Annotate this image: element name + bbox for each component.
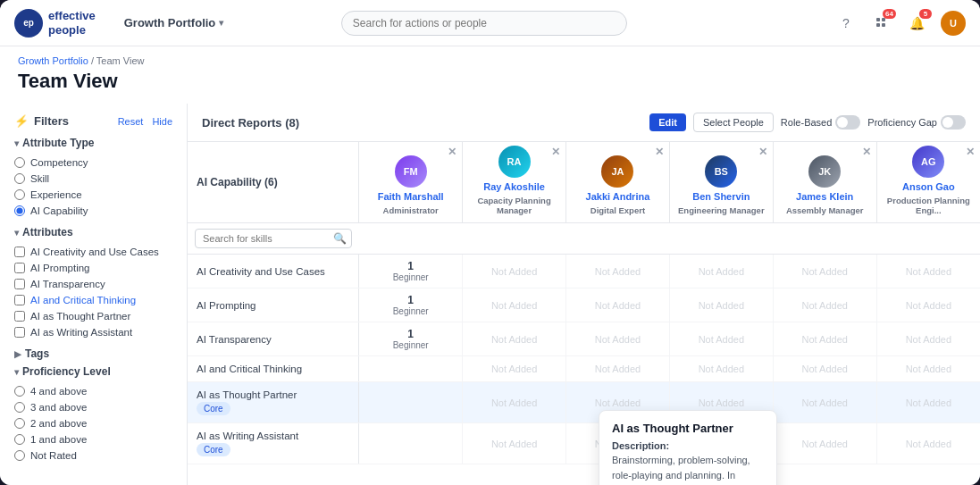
person-col-3: ✕ BS Ben Shervin Engineering Manager [669,142,773,223]
checkbox-ai-thought[interactable]: AI as Thought Partner [14,308,172,324]
person-col-0: ✕ FM Faith Marshall Administrator [359,142,463,223]
proficiency-gap-toggle[interactable] [941,115,966,130]
person-cell-0-4: Not Added [773,255,876,288]
tooltip-description: Brainstorming, problem-solving, role-pla… [612,453,764,485]
person-name-5[interactable]: Anson Gao [902,181,955,192]
search-input[interactable] [341,11,627,36]
sidebar-actions: Reset Hide [118,116,172,127]
select-people-button[interactable]: Select People [693,113,774,132]
avatar-0: FM [395,155,427,188]
close-person-4[interactable]: ✕ [862,146,871,158]
checkbox-ai-creativity[interactable]: AI Creativity and Use Cases [14,244,172,260]
person-header-4: ✕ JK James Klein Assembly Manager [779,155,871,215]
radio-4-above[interactable]: 4 and above [14,383,172,399]
radio-competency[interactable]: Competency [14,155,172,171]
person-cell-2-3: Not Added [669,322,773,356]
skill-tooltip: AI as Thought Partner Description: Brain… [599,410,777,485]
radio-experience[interactable]: Experience [14,187,172,203]
chevron-right-icon: ▶ [14,349,21,359]
radio-skill[interactable]: Skill [14,171,172,187]
core-tag-5: Core [197,443,230,456]
table-header-row: AI Capability (6) ✕ FM Faith Marshall [188,142,980,223]
logo[interactable]: ep effective people [14,9,96,38]
person-role-5: Production Planning Engi... [883,196,975,215]
attribute-type-section: ▾ Attribute Type Competency Skill [14,137,172,219]
notification-badge: 5 [919,9,932,19]
attribute-type-header[interactable]: ▾ Attribute Type [14,137,172,149]
person-name-0[interactable]: Faith Marshall [378,191,444,202]
person-cell-0-2: Not Added [566,255,670,288]
table-row: AI as Writing Assistant Core Not Added N… [188,423,980,464]
close-person-3[interactable]: ✕ [758,146,767,158]
svg-rect-3 [882,23,885,27]
edit-button[interactable]: Edit [649,113,686,131]
proficiency-header[interactable]: ▾ Proficiency Level [14,365,172,378]
role-based-toggle[interactable] [835,115,860,130]
person-cell-5-1: Not Added [463,423,566,464]
person-cell-1-4: Not Added [773,288,876,322]
skills-tbody: AI Creativity and Use Cases 1 Beginner N… [188,255,980,464]
group-title-cell: AI Capability (6) [188,142,359,223]
person-header-3: ✕ BS Ben Shervin Engineering Manager [675,155,767,215]
radio-not-rated[interactable]: Not Rated [14,447,172,464]
skill-name-0: AI Creativity and Use Cases [188,255,359,288]
person-cell-2-1: Not Added [463,322,566,356]
checkbox-ai-transparency[interactable]: AI Transparency [14,276,172,292]
toggle-knob [837,117,848,128]
person-name-1[interactable]: Ray Akoshile [483,181,545,192]
breadcrumb-parent[interactable]: Growth Portfolio [18,55,88,66]
person-name-2[interactable]: Jakki Andrina [586,191,650,202]
tooltip-description-label: Description: [612,440,764,451]
breadcrumb-current: Team View [96,55,145,66]
header-icons: ? 64 🔔 5 U [833,11,966,36]
close-person-5[interactable]: ✕ [966,146,975,158]
page-title: Team View [0,66,980,104]
main-content: Growth Portfolio / Team View Team View ⚡… [0,46,980,485]
toggle-knob [942,117,953,128]
person-cell-0-1: Not Added [463,255,566,288]
global-search[interactable] [341,11,627,36]
person-name-4[interactable]: James Klein [796,191,853,202]
person-cell-5-0 [359,423,463,464]
filter-title: ⚡ Filters [14,114,69,128]
person-cell-0-0: 1 Beginner [359,255,463,288]
person-cell-4-4: Not Added [773,382,876,423]
help-button[interactable]: ? [833,11,859,36]
radio-1-above[interactable]: 1 and above [14,431,172,447]
radio-3-above[interactable]: 3 and above [14,399,172,415]
checkbox-ai-writing[interactable]: AI as Writing Assistant [14,324,172,340]
app-header: ep effective people Growth Portfolio ▾ ?… [0,0,980,46]
person-name-3[interactable]: Ben Shervin [692,191,750,202]
attributes-header[interactable]: ▾ Attributes [14,226,172,238]
person-col-4: ✕ JK James Klein Assembly Manager [773,142,876,223]
person-cell-1-3: Not Added [669,288,773,322]
person-header-2: ✕ JA Jakki Andrina Digital Expert [572,155,664,215]
apps-button[interactable]: 64 [869,11,894,36]
person-cell-0-3: Not Added [669,255,773,288]
radio-ai-capability[interactable]: AI Capability [14,203,172,219]
reset-button[interactable]: Reset [118,116,144,127]
tags-section[interactable]: ▶ Tags [14,347,172,360]
close-person-2[interactable]: ✕ [655,146,664,158]
skills-table: AI Capability (6) ✕ FM Faith Marshall [188,142,980,464]
person-cell-5-4: Not Added [773,423,876,464]
close-person-1[interactable]: ✕ [551,146,560,158]
user-avatar[interactable]: U [941,11,966,36]
close-person-0[interactable]: ✕ [448,146,456,158]
person-cell-2-5: Not Added [876,322,980,356]
radio-2-above[interactable]: 2 and above [14,415,172,431]
logo-icon: ep [14,9,43,38]
nav-portfolio-dropdown[interactable]: Growth Portfolio ▾ [117,13,231,33]
avatar-2: JA [601,155,633,188]
proficiency-gap-toggle-group: Proficiency Gap [867,115,966,130]
person-cell-1-2: Not Added [566,288,670,322]
panel-controls: Edit Select People Role-Based Proficienc… [649,113,966,132]
skill-search-input[interactable] [195,229,352,248]
checkbox-ai-prompting[interactable]: AI Prompting [14,260,172,276]
person-cell-1-0: 1 Beginner [359,288,463,322]
hide-button[interactable]: Hide [152,116,172,127]
checkbox-ai-critical[interactable]: AI and Critical Thinking [14,292,172,308]
person-role-0: Administrator [383,205,439,215]
notifications-button[interactable]: 🔔 5 [905,11,930,36]
skills-table-container: AI Capability (6) ✕ FM Faith Marshall [188,142,980,485]
